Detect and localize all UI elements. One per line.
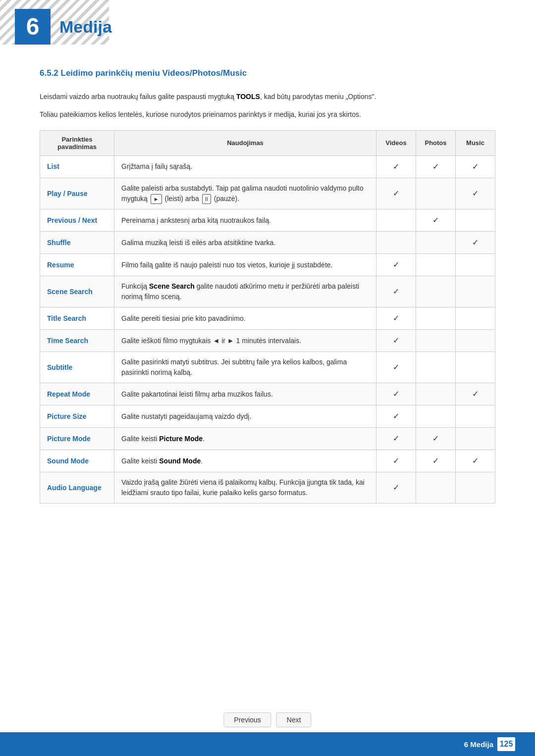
table-row-videos: ✓: [376, 330, 416, 352]
table-row-videos: [376, 232, 416, 254]
table-row-videos: ✓: [376, 155, 416, 178]
table-row-music: [456, 276, 495, 307]
col-header-photos: Photos: [416, 130, 456, 155]
previous-button[interactable]: Previous: [223, 712, 271, 727]
table-row-desc: Galite pereiti tiesiai prie kito pavadin…: [114, 307, 376, 330]
table-row-desc: Galite keisti Sound Mode.: [114, 450, 376, 472]
table-row-name: Previous / Next: [40, 209, 114, 232]
table-row-videos: ✓: [376, 405, 416, 428]
table-row-music: [456, 428, 495, 450]
table-row-desc: Galite ieškoti filmo mygtukais ◄ ir ► 1 …: [114, 330, 376, 352]
table-row-photos: [416, 330, 456, 352]
table-row-desc: Filmo failą galite iš naujo paleisti nuo…: [114, 254, 376, 276]
table-row-name: Picture Size: [40, 405, 114, 428]
remote-icon: ►: [151, 194, 162, 204]
table-row-videos: ✓: [376, 352, 416, 383]
table-row-photos: ✓: [416, 209, 456, 232]
footer-page-number: 125: [497, 737, 515, 751]
table-row-name: Audio Language: [40, 472, 114, 504]
table-row-name: Play / Pause: [40, 178, 114, 209]
table-row-music: [456, 254, 495, 276]
chapter-title: Medija: [59, 17, 112, 37]
col-header-music: Music: [456, 130, 495, 155]
intro-paragraph-1: Leisdami vaizdo arba nuotraukų failus ga…: [40, 91, 495, 102]
table-row-music: ✓: [456, 450, 495, 472]
table-row-name: Shuffle: [40, 232, 114, 254]
table-row-name: Title Search: [40, 307, 114, 330]
table-row-name: Repeat Mode: [40, 383, 114, 405]
table-row-videos: ✓: [376, 307, 416, 330]
table-row-photos: ✓: [416, 450, 456, 472]
table-row-desc: Galite pakartotinai leisti filmų arba mu…: [114, 383, 376, 405]
table-row-photos: [416, 352, 456, 383]
table-row-music: [456, 209, 495, 232]
table-row-music: ✓: [456, 155, 495, 178]
next-button[interactable]: Next: [276, 712, 312, 727]
table-row-videos: ✓: [376, 428, 416, 450]
table-row-name: Scene Search: [40, 276, 114, 307]
table-row-desc: Galima muziką leisti iš eilės arba atsit…: [114, 232, 376, 254]
main-content: 6.5.2 Leidimo parinkčių meniu Videos/Pho…: [0, 68, 535, 543]
table-row-name: Picture Mode: [40, 428, 114, 450]
table-row-videos: ✓: [376, 472, 416, 504]
table-row-music: [456, 352, 495, 383]
table-row-music: ✓: [456, 178, 495, 209]
table-row-photos: [416, 383, 456, 405]
table-row-videos: ✓: [376, 450, 416, 472]
table-row-name: List: [40, 155, 114, 178]
table-row-photos: [416, 472, 456, 504]
table-row-desc: Pereinama į ankstesnį arba kitą nuotrauk…: [114, 209, 376, 232]
table-row-name: Sound Mode: [40, 450, 114, 472]
col-header-videos: Videos: [376, 130, 416, 155]
intro-paragraph-2: Toliau pateikiamos kelios lentelės, kuri…: [40, 109, 495, 120]
table-row-photos: [416, 276, 456, 307]
table-row-music: ✓: [456, 383, 495, 405]
footer-text: 6 Medija: [464, 740, 493, 749]
table-row-music: ✓: [456, 232, 495, 254]
table-row-videos: ✓: [376, 254, 416, 276]
chapter-number-box: 6: [15, 9, 51, 45]
table-row-photos: ✓: [416, 428, 456, 450]
col-header-desc: Naudojimas: [114, 130, 376, 155]
table-row-desc: Galite nustatyti pageidaujamą vaizdo dyd…: [114, 405, 376, 428]
table-row-music: [456, 330, 495, 352]
footer: 6 Medija 125: [0, 732, 535, 756]
table-row-videos: ✓: [376, 383, 416, 405]
table-row-videos: ✓: [376, 178, 416, 209]
col-header-name: Parinkties pavadinimas: [40, 130, 114, 155]
table-row-music: [456, 472, 495, 504]
table-row-desc: Grįžtama į failų sąrašą.: [114, 155, 376, 178]
table-row-desc: Galite paleisti arba sustabdyti. Taip pa…: [114, 178, 376, 209]
table-row-music: [456, 307, 495, 330]
chapter-number: 6: [26, 15, 40, 39]
table-row-name: Subtitle: [40, 352, 114, 383]
table-row-photos: [416, 405, 456, 428]
remote-icon: II: [202, 194, 211, 204]
table-row-music: [456, 405, 495, 428]
options-table: Parinkties pavadinimas Naudojimas Videos…: [40, 130, 495, 504]
table-row-photos: [416, 254, 456, 276]
table-row-name: Resume: [40, 254, 114, 276]
table-row-photos: [416, 178, 456, 209]
table-row-videos: [376, 209, 416, 232]
table-row-videos: ✓: [376, 276, 416, 307]
chapter-header: 6 Medija: [0, 0, 535, 53]
table-row-desc: Galite pasirinkti matyti subtitrus. Jei …: [114, 352, 376, 383]
table-row-photos: [416, 232, 456, 254]
section-heading: 6.5.2 Leidimo parinkčių meniu Videos/Pho…: [40, 68, 495, 80]
table-row-desc: Vaizdo įrašą galite žiūrėti viena iš pal…: [114, 472, 376, 504]
nav-buttons: Previous Next: [223, 712, 311, 727]
table-row-desc: Galite keisti Picture Mode.: [114, 428, 376, 450]
table-row-desc: Funkciją Scene Search galite naudoti atk…: [114, 276, 376, 307]
table-row-photos: ✓: [416, 155, 456, 178]
table-row-photos: [416, 307, 456, 330]
table-row-name: Time Search: [40, 330, 114, 352]
